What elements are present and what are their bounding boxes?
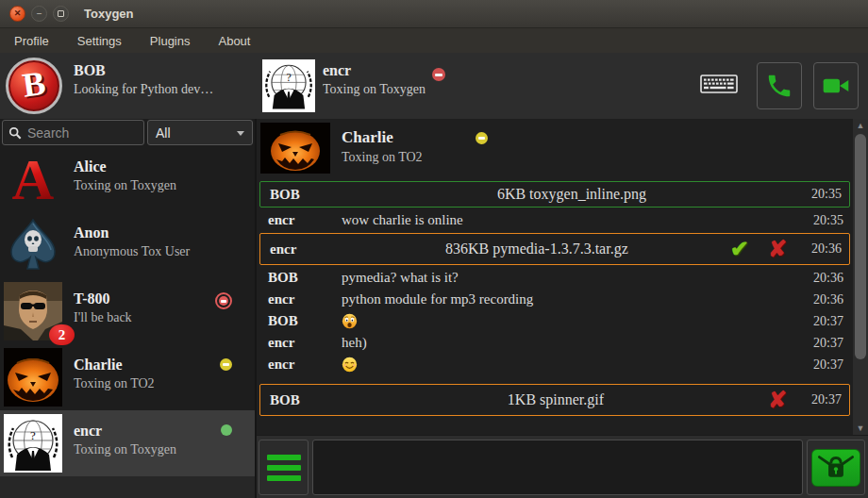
message-author: encr (268, 357, 342, 373)
contact-encr[interactable]: ? encr Toxing on Toxygen (0, 410, 255, 476)
peer-header: ? encr Toxing on Toxygen (262, 53, 426, 119)
contact-alice[interactable]: A Alice Toxing on Toxygen (0, 146, 255, 212)
message-time: 20:37 (802, 336, 843, 351)
contact-t800[interactable]: T-800 I'll be back 2 (0, 278, 255, 344)
audio-call-button[interactable] (757, 62, 802, 109)
menu-plugins[interactable]: Plugins (136, 30, 205, 52)
close-window-icon[interactable]: ✕ (9, 6, 25, 22)
chevron-down-icon (237, 131, 244, 136)
contact-filter-dropdown[interactable]: All (147, 120, 253, 145)
online-status-icon (221, 424, 232, 436)
message-time: 20:37 (802, 357, 843, 373)
message-author: BOB (268, 313, 342, 329)
message-author: encr (268, 212, 342, 228)
scrollbar-thumb[interactable] (855, 134, 866, 359)
message-row: BOB pymedia? what is it? 20:36 (259, 267, 851, 289)
video-call-button[interactable] (813, 62, 859, 109)
encrypted-send-icon (815, 452, 857, 484)
chat-scrollbar[interactable]: ▲ ▼ (853, 119, 868, 435)
file-transfer-label: 6KB toxygen_inline.png (343, 186, 800, 203)
menubar: Profile Settings Plugins About (0, 28, 868, 53)
scroll-down-icon[interactable]: ▼ (857, 422, 865, 435)
fearful-face-emoji-icon (342, 313, 358, 329)
message-row: encr wow charlie is online 20:35 (259, 209, 851, 231)
contact-name: T-800 (74, 290, 132, 307)
top-panel: B BOB Looking for Python dev… ? (0, 53, 868, 119)
self-busy-status-icon (432, 68, 445, 81)
accept-transfer-icon[interactable]: ✔ (730, 238, 749, 260)
contact-name: Anon (74, 224, 190, 241)
send-button-area (807, 440, 865, 495)
self-name: BOB (74, 62, 213, 79)
message-row: encr 20: (259, 354, 851, 375)
message-author: BOB (270, 392, 343, 408)
message-row: encr heh) 20:37 (259, 332, 851, 354)
titlebar: ✕ – Toxygen (0, 0, 868, 28)
contact-name: Charlie (74, 357, 155, 374)
message-author: BOB (270, 187, 343, 203)
message-time: 20:35 (800, 187, 842, 202)
message-input-row (257, 435, 868, 498)
message-time: 20:37 (800, 392, 842, 407)
menu-settings[interactable]: Settings (63, 30, 136, 52)
file-transfer-label: 1KB spinner.gif (343, 391, 768, 408)
cancel-transfer-icon[interactable]: ✘ (768, 389, 787, 411)
self-profile[interactable]: B BOB Looking for Python dev… (0, 53, 255, 119)
sidebar: All A Alice Toxing on Toxygen (0, 119, 255, 498)
unread-count-badge: 2 (49, 324, 75, 345)
menu-about[interactable]: About (204, 30, 264, 52)
video-camera-icon (821, 71, 851, 101)
phone-icon (765, 72, 793, 100)
message-author: BOB (268, 270, 342, 286)
sidebar-footer (0, 476, 255, 498)
minimize-window-icon[interactable]: – (31, 6, 47, 22)
file-transfer-row: BOB 1KB spinner.gif ✘ 20:37 (259, 384, 850, 416)
contact-filter-value: All (156, 125, 171, 141)
message-text: heh) (342, 335, 802, 351)
maximize-window-icon[interactable] (53, 6, 69, 22)
contact-name: encr (74, 423, 176, 440)
decline-transfer-icon[interactable]: ✘ (768, 238, 787, 260)
window-title: Toxygen (84, 7, 134, 21)
away-status-icon (220, 358, 232, 371)
message-time: 20:36 (802, 292, 843, 307)
file-transfer-row: BOB 6KB toxygen_inline.png 20:35 (259, 181, 850, 208)
busy-status-icon (215, 292, 232, 309)
message-author: encr (268, 291, 342, 307)
away-status-icon (476, 132, 488, 144)
contact-status-message: Toxing on Toxygen (74, 178, 176, 193)
chat-menu-button[interactable] (259, 440, 309, 495)
message-text: python module for mp3 recording (342, 291, 802, 307)
avatar (4, 216, 62, 274)
search-input[interactable] (27, 125, 122, 141)
smiling-face-emoji-icon (342, 357, 358, 373)
hamburger-menu-icon (267, 455, 301, 460)
message-input[interactable] (312, 440, 803, 495)
peer-name: encr (323, 62, 426, 79)
chat-panel: Charlie Toxing on TO2 BOB 6KB toxygen_in… (255, 119, 868, 498)
scroll-up-icon[interactable]: ▲ (857, 119, 865, 132)
message-time: 20:35 (802, 213, 843, 228)
send-message-button[interactable] (811, 449, 860, 487)
message-row: encr python module for mp3 recording 20:… (259, 289, 851, 310)
keyboard-icon[interactable] (700, 73, 738, 99)
contact-status-message: Toxing on Toxygen (74, 442, 176, 457)
message-time: 20:36 (800, 241, 842, 257)
menu-profile[interactable]: Profile (0, 30, 63, 52)
toxygen-window: ✕ – Toxygen Profile Settings Plugins Abo… (0, 0, 868, 498)
svg-text:?: ? (286, 72, 291, 84)
message-author: encr (268, 335, 342, 351)
search-icon (8, 126, 22, 140)
contact-charlie[interactable]: Charlie Toxing on TO2 (0, 344, 255, 410)
message-time: 20:37 (802, 314, 843, 329)
contact-status-message: Anonymous Tox User (74, 244, 190, 259)
self-status-message: Looking for Python dev… (74, 82, 213, 97)
contact-anon[interactable]: Anon Anonymous Tox User (0, 212, 255, 278)
message-text: wow charlie is online (342, 212, 802, 228)
avatar: A (4, 150, 62, 208)
chat-peer-status-message: Toxing on TO2 (342, 150, 423, 165)
contact-name: Alice (74, 158, 176, 175)
peer-avatar: ? (262, 59, 315, 112)
file-transfer-row: encr 836KB pymedia-1.3.7.3.tar.gz ✔ ✘ 20… (259, 233, 850, 265)
self-avatar: B (6, 58, 62, 114)
